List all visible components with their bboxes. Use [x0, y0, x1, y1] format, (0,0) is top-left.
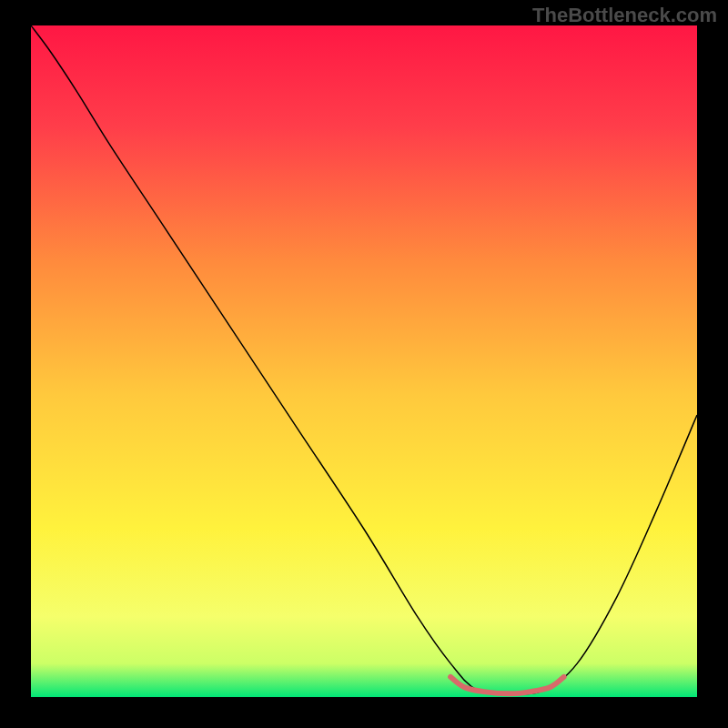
- curves-layer: [31, 25, 697, 697]
- watermark-text: TheBottleneck.com: [532, 4, 717, 27]
- chart-frame: [31, 25, 697, 697]
- bottleneck-curve: [31, 25, 697, 694]
- optimal-range-marker: [450, 677, 563, 693]
- plot-area: [31, 25, 697, 697]
